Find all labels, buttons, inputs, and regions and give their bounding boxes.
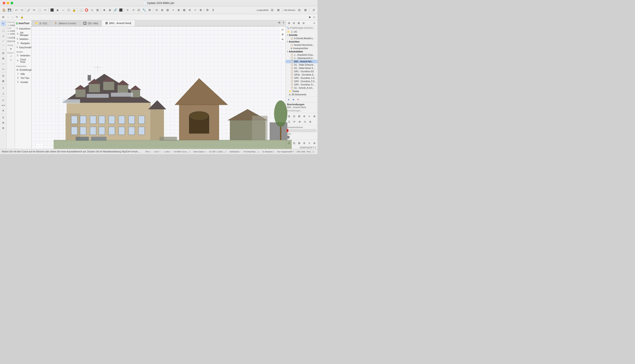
door-tool[interactable]: ⊡ [1, 73, 6, 78]
entwurf-segment[interactable]: 30 Entwurfspl... ▷ [242, 150, 261, 153]
t9-button[interactable]: ⊕ [198, 8, 203, 13]
zoom-segment[interactable]: 73% ▷ [144, 150, 153, 153]
right-icon-2[interactable]: ⊟ [292, 21, 296, 26]
t3-button[interactable]: ⊞ [165, 8, 170, 13]
t2-button[interactable]: ⊛ [159, 8, 165, 13]
tree-item-ansicht-nord[interactable]: 📋 Ansicht Nord Ansic... [286, 44, 317, 47]
move-button[interactable]: ↔ [60, 8, 66, 13]
plugin-kontakt[interactable]: ⠿ Kontakt [15, 80, 31, 84]
select-button[interactable]: ⬚ [37, 8, 42, 13]
tree-item-schnitt-a[interactable]: 📋 A Schnitt (Modell a... [286, 37, 317, 40]
select-tool[interactable]: ↖ [1, 21, 6, 26]
arrow-sel-button[interactable]: ▶ [308, 15, 312, 20]
rotate-button[interactable]: ⟳ [15, 15, 19, 20]
line-tool[interactable]: ∕ [1, 38, 6, 44]
t5-button[interactable]: ⊕ [176, 8, 181, 13]
plugin-easy2model[interactable]: ⠿ Easy2model [15, 45, 31, 50]
save-button[interactable]: 💾 [7, 8, 12, 13]
plugin-cloud-tools[interactable]: ⠿ Cloud Tools [15, 58, 31, 64]
ba-5[interactable]: ≡ [307, 141, 312, 146]
plugin-verbinden[interactable]: ⠿ Verbinden [15, 54, 31, 58]
window-tool[interactable]: ⊠ [1, 78, 6, 84]
ba-3[interactable]: ⊠ [297, 141, 301, 146]
tab-3d[interactable]: 🔲 [3D / Alle] [80, 20, 102, 26]
action-delete-button[interactable]: ✕ [296, 98, 300, 102]
plugin-import[interactable]: ⠿ Importieren [15, 27, 31, 31]
hauptmodell-segment[interactable]: Nur Hauptmodell > [276, 150, 295, 153]
mode-segment[interactable]: Individuell ▷ [228, 150, 242, 153]
circle-button[interactable]: ⭕ [84, 8, 89, 13]
refresh-button[interactable]: ↺ [311, 8, 316, 13]
t8-button[interactable]: ≈ [192, 8, 198, 13]
arc-tool[interactable]: ⌒ [1, 44, 6, 49]
plugin-job-manager[interactable]: ⠿ Job Manager [15, 31, 31, 37]
mini-btn-1[interactable]: + [7, 36, 9, 40]
pen-button[interactable]: 🖊 [26, 8, 31, 13]
star-button[interactable]: ★ [102, 8, 107, 13]
text-tool[interactable]: A [1, 108, 6, 113]
plugin-hilfe[interactable]: ? Hilfe [15, 72, 31, 76]
plugin-idealisier[interactable]: ⠿ Idealisier... [15, 37, 31, 41]
settings-btn[interactable]: ⚙ [205, 8, 210, 13]
perspective-button[interactable]: ⊡ [280, 27, 285, 32]
arrow-right-button[interactable]: → [6, 15, 10, 20]
stair-tool[interactable]: ≡ [1, 86, 6, 90]
ba-4[interactable]: ⊛ [302, 141, 306, 146]
tree-item-ansichten[interactable]: ▾ Ansichten [286, 40, 317, 44]
maximize-button[interactable] [11, 2, 13, 4]
up-button[interactable]: ↑ [11, 15, 14, 20]
tree-item-draufsicht[interactable]: 📋 1 - Draufsicht (Una... [286, 53, 317, 56]
tree-item-ug[interactable]: 📁 -1. UG [286, 30, 317, 34]
undo-button[interactable]: ↩ [14, 8, 19, 13]
dim-tool[interactable]: ⟺ [1, 103, 6, 108]
plugin-einstellungen[interactable]: ⚙ Einstellungen [15, 68, 31, 72]
tree-item-an1[interactable]: 📋 AN1 - Ansicht Nor... [286, 60, 317, 63]
mini-btn-6[interactable]: ⊡ [9, 40, 11, 43]
t1-button[interactable]: ⊙ [154, 8, 159, 13]
rectangle-tool[interactable]: ⬜ [1, 28, 6, 33]
tree-item-innenansichten[interactable]: ⊞ Innenansichten [286, 47, 317, 50]
grid2-button[interactable]: ⊞ [95, 8, 100, 13]
dotted-button[interactable]: ⊡ [136, 8, 141, 13]
bi-9[interactable]: ⊕ [297, 119, 302, 124]
plugin-navigator[interactable]: ⠿ Navigator [15, 41, 31, 45]
gear-button[interactable]: ⚙ [147, 8, 152, 13]
beam-tool[interactable]: — [1, 61, 6, 66]
angle-segment[interactable]: 0,00° ▷ [153, 150, 162, 153]
data-segment[interactable]: keine Daten ▷ [192, 150, 208, 153]
mini-btn-2[interactable]: ⊡ [9, 36, 11, 40]
column-tool[interactable]: ⊞ [1, 56, 6, 61]
tab-aktions[interactable]: 🏃 [Aktions-Center] [51, 20, 80, 26]
measure-button[interactable]: ≡ [125, 8, 130, 13]
bi-2[interactable]: ⊟ [292, 114, 296, 119]
home-button[interactable]: 🏠 [1, 8, 7, 13]
dokum-icon2[interactable]: ↘ [7, 58, 14, 62]
bi-10[interactable]: ⊙ [303, 119, 307, 124]
snap-button[interactable]: ◈ [55, 8, 60, 13]
layer-segment[interactable]: 00 BIMm Grun... ▷ [172, 150, 192, 153]
bi-3[interactable]: ⊠ [297, 114, 301, 119]
tab-options-btn[interactable]: ≡ [282, 20, 285, 25]
link-button[interactable]: 🔗 [113, 8, 118, 13]
plus-circle-button[interactable]: ⊕ [107, 8, 112, 13]
bi-4[interactable]: ⊛ [302, 114, 306, 119]
nav-tool2[interactable]: ⊛ [1, 120, 6, 125]
lock2-button[interactable]: 🔒 [20, 15, 25, 20]
rect-button[interactable]: ⬜ [78, 8, 84, 13]
tab-eg[interactable]: 📁 [0. EG] [32, 20, 51, 26]
mini-btn-7[interactable]: ⟳ [11, 40, 13, 43]
alle-ebenen-icon[interactable]: ⊟ [297, 8, 302, 13]
nav-tool1[interactable]: ⊙ [1, 115, 6, 120]
close-button[interactable] [3, 2, 5, 4]
alle-ebenen-icon2[interactable]: ⊠ [303, 8, 308, 13]
poly-tool[interactable]: △ [1, 33, 6, 38]
slab-tool[interactable]: ▭ [1, 66, 6, 71]
wall-tool[interactable]: ⊟ [1, 51, 6, 56]
mini-btn-3[interactable]: xΩ [11, 36, 14, 40]
tree-item-arbeitsblaetter[interactable]: ▾ Arbeitsblätter [286, 50, 317, 53]
square-button[interactable]: ⬛ [118, 8, 123, 13]
din-segment[interactable]: DIN 1356 - Run... ▷ [295, 150, 316, 153]
bi-8[interactable]: ⟳ [292, 119, 297, 124]
nav-tool3[interactable]: ⊕ [1, 126, 6, 130]
tree-item-schnitte[interactable]: ▾ Schnitte [286, 34, 317, 37]
